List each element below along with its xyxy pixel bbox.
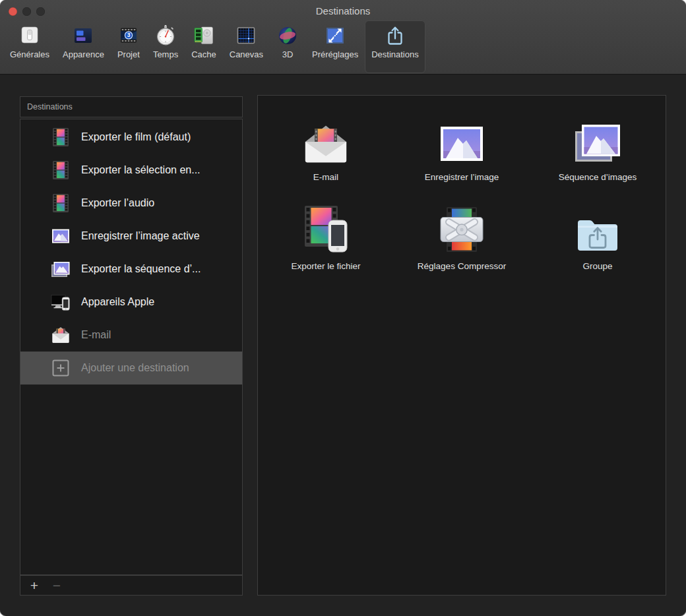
photo-stack-icon — [51, 259, 71, 279]
destination-type-image-sequence[interactable]: Séquence d’images — [530, 110, 666, 182]
destination-type-label: Groupe — [582, 261, 612, 271]
compressor-icon — [438, 206, 485, 253]
icon-box — [574, 199, 621, 253]
add-box-icon — [51, 358, 71, 378]
list-item-export-film[interactable]: Exporter le film (défaut) — [20, 121, 242, 154]
tab-label: Préréglages — [312, 49, 358, 59]
list-item-export-image-sequence[interactable]: Exporter la séquence d’... — [20, 253, 242, 286]
destination-types-panel: E-mail Enregistrer l’image — [257, 95, 666, 596]
list-item-label: E-mail — [81, 329, 111, 341]
window-title: Destinations — [0, 5, 686, 16]
destination-type-label: Séquence d’images — [559, 172, 637, 182]
photo-icon — [438, 123, 485, 164]
svg-text:3: 3 — [127, 32, 131, 38]
destination-type-export-file[interactable]: Exporter le fichier — [258, 199, 394, 271]
tab-label: Générales — [10, 49, 49, 59]
list-item-label: Appareils Apple — [81, 296, 154, 308]
envelope-icon — [51, 325, 71, 345]
project-film-icon: 3 — [117, 24, 140, 47]
list-item-label: Enregistrer l’image active — [81, 230, 200, 242]
email-envelope-icon — [301, 121, 350, 164]
destination-type-label: E-mail — [313, 172, 338, 182]
list-item-label: Exporter la séquence d’... — [81, 263, 201, 275]
list-item-label: Exporter l’audio — [81, 197, 154, 209]
film-strip-icon — [51, 160, 71, 180]
stopwatch-icon — [154, 24, 177, 47]
apple-devices-icon — [51, 292, 71, 312]
tab-temps[interactable]: Temps — [146, 20, 185, 73]
tab-label: Apparence — [63, 49, 104, 59]
add-destination-button[interactable]: + — [26, 577, 43, 594]
icon-box — [574, 110, 621, 164]
tab-projet[interactable]: 3 Projet — [111, 20, 146, 73]
tab-3d[interactable]: 3D — [270, 20, 305, 73]
appearance-icon — [72, 24, 94, 47]
list-item-label: Exporter la sélection en... — [81, 164, 201, 176]
destination-type-group[interactable]: Groupe — [530, 199, 666, 271]
photo-icon — [51, 226, 71, 246]
icon-box — [438, 199, 485, 253]
film-strip-icon — [51, 127, 71, 147]
destination-types-grid: E-mail Enregistrer l’image — [258, 96, 666, 271]
list-item-email[interactable]: E-mail — [20, 319, 242, 352]
3d-sphere-icon — [276, 24, 299, 47]
general-switch-icon — [18, 24, 41, 47]
list-item-save-current-frame[interactable]: Enregistrer l’image active — [20, 220, 242, 253]
share-icon — [384, 24, 406, 47]
destination-type-compressor-settings[interactable]: Réglages Compressor — [394, 199, 530, 271]
sidebar-header: Destinations — [20, 96, 243, 117]
icon-box — [438, 110, 485, 164]
cache-memory-disk-icon — [193, 24, 215, 47]
destination-type-save-image[interactable]: Enregistrer l’image — [394, 110, 530, 182]
canvas-grid-icon — [235, 24, 257, 47]
icon-box — [301, 110, 350, 164]
folder-share-icon — [574, 212, 621, 253]
tab-label: Temps — [153, 49, 178, 59]
tab-cache[interactable]: Cache — [185, 20, 223, 73]
destination-type-label: Enregistrer l’image — [425, 172, 499, 182]
destination-type-label: Réglages Compressor — [418, 261, 506, 271]
destinations-list: Exporter le film (défaut) Exporter la sé… — [20, 119, 243, 575]
icon-box — [303, 199, 348, 253]
list-item-label: Exporter le film (défaut) — [81, 131, 191, 143]
tab-prereglages[interactable]: Préréglages — [305, 20, 365, 73]
tab-label: Projet — [117, 49, 140, 59]
destination-type-label: Exporter le fichier — [291, 261, 360, 271]
preferences-toolbar: Générales Apparence — [3, 20, 425, 73]
content-area: Destinations Exporter le film (défaut) — [0, 75, 686, 616]
film-strip-icon — [51, 193, 71, 213]
preferences-window: Destinations Générales Apparence — [0, 0, 686, 616]
list-item-add-destination[interactable]: Ajouter une destination — [20, 352, 242, 385]
tab-generales[interactable]: Générales — [3, 20, 56, 73]
list-item-export-audio[interactable]: Exporter l’audio — [20, 187, 242, 220]
tab-canevas[interactable]: Canevas — [223, 20, 270, 73]
tab-label: 3D — [282, 49, 294, 59]
list-item-export-selection[interactable]: Exporter la sélection en... — [20, 154, 242, 187]
tab-apparence[interactable]: Apparence — [56, 20, 111, 73]
remove-destination-button[interactable]: − — [48, 577, 65, 594]
film-phone-icon — [303, 204, 348, 253]
photo-stack-icon — [574, 122, 621, 164]
presets-resize-icon — [324, 24, 346, 47]
tab-label: Canevas — [230, 49, 263, 59]
tab-label: Cache — [191, 49, 216, 59]
tab-destinations[interactable]: Destinations — [365, 20, 425, 73]
tab-label: Destinations — [371, 49, 419, 59]
destination-type-email[interactable]: E-mail — [258, 110, 394, 182]
list-item-label: Ajouter une destination — [81, 362, 189, 374]
list-edit-bar: + − — [20, 575, 243, 596]
list-item-apple-devices[interactable]: Appareils Apple — [20, 286, 242, 319]
window-chrome: Destinations Générales Apparence — [0, 0, 686, 75]
